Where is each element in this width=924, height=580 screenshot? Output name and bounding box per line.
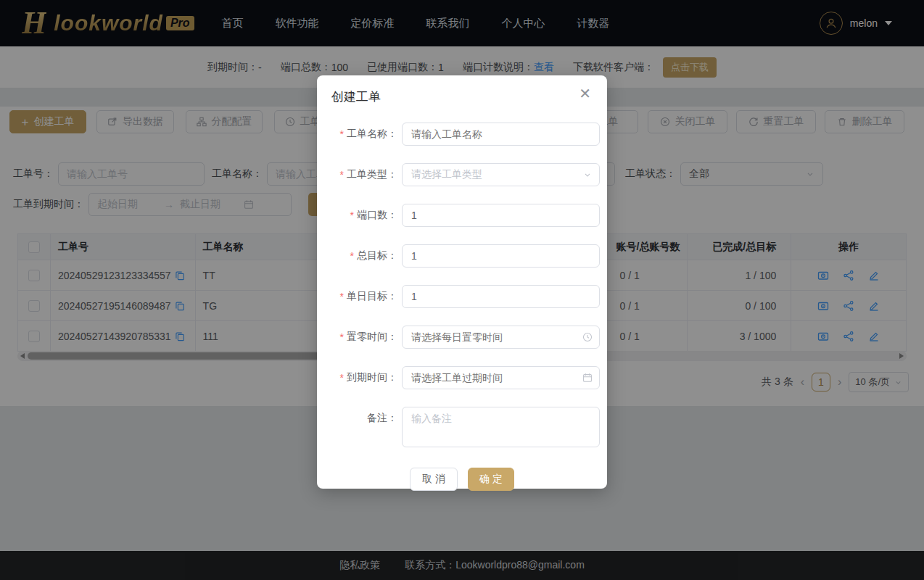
form-row-remark: 备注：: [331, 407, 593, 450]
form-row-expire-time: *到期时间：: [331, 366, 593, 389]
form-row-order-name: *工单名称：: [331, 123, 593, 146]
required-asterisk: *: [350, 250, 354, 262]
field-label: 备注：: [367, 412, 397, 425]
form-row-port-count: *端口数：: [331, 204, 593, 227]
port-count-input[interactable]: [402, 204, 600, 227]
reset-time-input[interactable]: [402, 326, 600, 349]
create-order-modal: 创建工单 ✕ *工单名称： *工单类型： 请选择工单类型 *端口数：: [317, 75, 607, 489]
modal-title: 创建工单: [331, 88, 593, 105]
form-row-reset-time: *置零时间：: [331, 326, 593, 349]
form-row-total-target: *总目标：: [331, 244, 593, 268]
cancel-button[interactable]: 取 消: [410, 468, 458, 491]
required-asterisk: *: [340, 372, 344, 384]
daily-target-input[interactable]: [402, 285, 600, 308]
modal-footer: 取 消 确 定: [331, 468, 593, 491]
required-asterisk: *: [340, 331, 344, 343]
order-name-input[interactable]: [402, 123, 600, 146]
order-type-select[interactable]: 请选择工单类型: [402, 163, 600, 186]
form-row-daily-target: *单日目标：: [331, 285, 593, 308]
required-asterisk: *: [340, 169, 344, 181]
modal-form: *工单名称： *工单类型： 请选择工单类型 *端口数： *总目标：: [331, 123, 593, 450]
required-asterisk: *: [350, 210, 354, 221]
field-label: 置零时间：: [347, 331, 397, 344]
expire-time-input[interactable]: [402, 366, 600, 389]
field-label: 单日目标：: [347, 290, 397, 303]
field-label: 工单名称：: [347, 128, 397, 141]
field-label: 端口数：: [357, 209, 397, 222]
form-row-order-type: *工单类型： 请选择工单类型: [331, 163, 593, 186]
confirm-button[interactable]: 确 定: [468, 468, 514, 491]
field-label: 到期时间：: [347, 371, 397, 384]
select-placeholder: 请选择工单类型: [411, 168, 482, 181]
required-asterisk: *: [340, 128, 344, 140]
remark-textarea[interactable]: [402, 407, 600, 447]
field-label: 工单类型：: [347, 168, 397, 181]
page: H lookworld Pro 首页 软件功能 定价标准 联系我们 个人中心 计…: [0, 0, 924, 580]
chevron-down-icon: [583, 170, 592, 179]
close-icon[interactable]: ✕: [574, 86, 595, 102]
field-label: 总目标：: [357, 249, 397, 262]
total-target-input[interactable]: [402, 244, 600, 268]
required-asterisk: *: [340, 291, 344, 302]
